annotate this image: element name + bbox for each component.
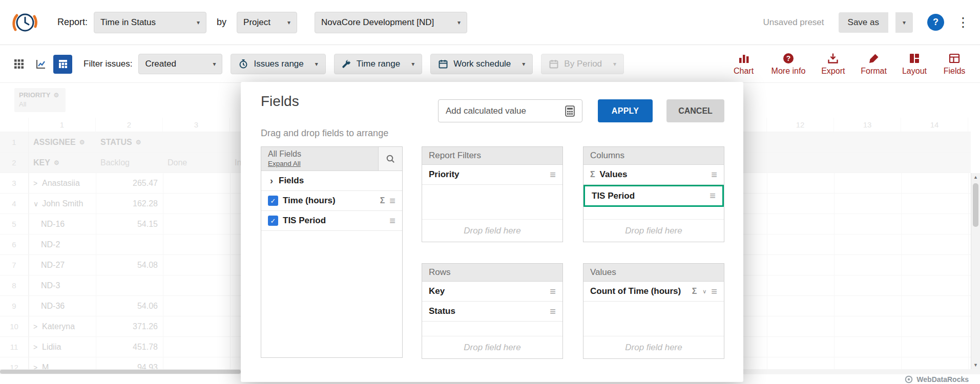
report-label: Report: bbox=[57, 17, 88, 28]
panel-title: Rows bbox=[422, 264, 562, 282]
drag-handle-icon[interactable]: ≡ bbox=[711, 286, 717, 297]
checkbox-checked[interactable]: ✓ bbox=[268, 196, 278, 206]
value-field-count-of-time[interactable]: Count of Time (hours) Σ ∨ ≡ bbox=[583, 282, 724, 302]
drop-zone[interactable]: Drop field here bbox=[422, 219, 562, 242]
scroll-down-arrow[interactable]: ▼ bbox=[971, 361, 980, 369]
calculator-icon bbox=[565, 105, 575, 117]
webdatarocks-brand[interactable]: WebDataRocks bbox=[916, 375, 969, 383]
chart-action-button[interactable]: Chart bbox=[732, 52, 756, 76]
dialog-subtitle: Drag and drop fields to arrange bbox=[261, 128, 388, 139]
save-as-button[interactable]: Save as bbox=[839, 12, 888, 33]
column-field-values[interactable]: Σ Values ≡ bbox=[583, 165, 724, 185]
help-button[interactable]: ? bbox=[927, 14, 944, 31]
field-label: Key bbox=[429, 286, 545, 296]
group-by-select[interactable]: Project ▾ bbox=[237, 12, 297, 33]
horizontal-scrollbar-thumb[interactable] bbox=[0, 370, 241, 374]
fields-action-button[interactable]: Fields bbox=[942, 52, 967, 76]
action-label: Format bbox=[861, 67, 887, 76]
chevron-down-icon: ▾ bbox=[287, 19, 290, 26]
tree-root-label: Fields bbox=[279, 176, 304, 186]
project-value: NovaCore Development [ND] bbox=[321, 17, 451, 28]
dialog-title: Fields bbox=[261, 93, 299, 110]
app: Report: Time in Status ▾ by Project ▾ No… bbox=[0, 0, 980, 384]
search-icon bbox=[386, 154, 395, 163]
scroll-up-arrow[interactable]: ▲ bbox=[971, 173, 980, 181]
row-field-status[interactable]: Status ≡ bbox=[422, 302, 562, 322]
pivot-view-button[interactable] bbox=[53, 55, 72, 74]
toolbar: Filter issues: Created ▾ Issues range ▾ … bbox=[0, 46, 980, 83]
rows-panel: Rows Key ≡ Status ≡ Drop field here bbox=[422, 263, 563, 359]
layout-action-button[interactable]: Layout bbox=[902, 52, 927, 76]
chevron-down-icon: ▾ bbox=[315, 60, 318, 68]
field-time-hours[interactable]: ✓ Time (hours) Σ ≡ bbox=[261, 191, 402, 211]
action-label: Export bbox=[821, 67, 845, 76]
chevron-down-icon: ▾ bbox=[903, 19, 906, 26]
expand-all-link[interactable]: Expand All bbox=[268, 160, 301, 167]
layout-icon bbox=[908, 52, 921, 65]
fields-tree-root[interactable]: › Fields bbox=[261, 171, 402, 191]
action-label: Fields bbox=[944, 67, 966, 76]
group-by-value: Project bbox=[243, 17, 281, 28]
export-icon bbox=[827, 52, 839, 65]
aggregation-chevron-icon[interactable]: ∨ bbox=[702, 288, 706, 295]
filter-field-priority[interactable]: Priority ≡ bbox=[422, 165, 562, 185]
checkbox-checked[interactable]: ✓ bbox=[268, 216, 278, 226]
drop-zone[interactable]: Drop field here bbox=[422, 336, 562, 358]
row-field-key[interactable]: Key ≡ bbox=[422, 282, 562, 302]
more-menu-button[interactable]: ⋮ bbox=[956, 15, 970, 30]
work-schedule-icon bbox=[438, 59, 448, 69]
fields-dialog: Fields Drag and drop fields to arrange A… bbox=[241, 82, 743, 382]
save-as-dropdown-button[interactable]: ▾ bbox=[895, 12, 913, 33]
action-label: Chart bbox=[734, 67, 754, 76]
vertical-scrollbar[interactable]: ▲ ▼ bbox=[971, 173, 980, 369]
chevron-right-icon[interactable]: › bbox=[270, 176, 273, 186]
report-type-select[interactable]: Time in Status ▾ bbox=[94, 12, 206, 33]
work-schedule-button[interactable]: Work schedule ▾ bbox=[430, 54, 533, 74]
field-label: TIS Period bbox=[592, 191, 705, 201]
sigma-icon: Σ bbox=[380, 196, 385, 205]
question-glyph: ? bbox=[933, 17, 939, 28]
export-action-button[interactable]: Export bbox=[821, 52, 845, 76]
by-period-button: By Period ▾ bbox=[541, 54, 624, 74]
panel-title: Report Filters bbox=[422, 147, 562, 165]
field-tis-period[interactable]: ✓ TIS Period ≡ bbox=[261, 211, 402, 231]
filter-issues-select[interactable]: Created ▾ bbox=[138, 54, 222, 74]
all-fields-panel: All Fields Expand All › Fields ✓ Time (h… bbox=[261, 146, 403, 358]
drag-handle-icon[interactable]: ≡ bbox=[389, 195, 395, 207]
drag-handle-icon[interactable]: ≡ bbox=[710, 190, 716, 202]
grid-icon bbox=[14, 59, 24, 69]
format-action-button[interactable]: Format bbox=[861, 52, 887, 76]
drag-handle-icon[interactable]: ≡ bbox=[389, 215, 395, 227]
kebab-icon: ⋮ bbox=[957, 15, 970, 29]
more-info-action-button[interactable]: ? More info bbox=[772, 52, 806, 76]
add-calculated-value-label: Add calculated value bbox=[446, 106, 526, 116]
apply-button[interactable]: APPLY bbox=[598, 99, 653, 122]
chevron-down-icon: ▾ bbox=[197, 19, 200, 26]
project-select[interactable]: NovaCore Development [ND] ▾ bbox=[315, 12, 467, 33]
drag-handle-icon[interactable]: ≡ bbox=[550, 169, 556, 181]
time-range-label: Time range bbox=[357, 59, 400, 69]
vertical-scrollbar-thumb[interactable] bbox=[973, 183, 978, 227]
drag-handle-icon[interactable]: ≡ bbox=[550, 306, 556, 317]
drag-handle-icon[interactable]: ≡ bbox=[550, 286, 556, 297]
drop-zone[interactable]: Drop field here bbox=[583, 219, 724, 242]
chevron-down-icon: ▾ bbox=[457, 19, 461, 26]
app-header: Report: Time in Status ▾ by Project ▾ No… bbox=[0, 0, 980, 45]
sigma-icon: Σ bbox=[590, 170, 595, 179]
drop-zone[interactable]: Drop field here bbox=[583, 336, 724, 358]
bar-chart-icon bbox=[738, 52, 750, 65]
aggregation-sigma-icon[interactable]: Σ bbox=[692, 287, 697, 296]
add-calculated-value-button[interactable]: Add calculated value bbox=[438, 99, 582, 122]
columns-panel: Columns Σ Values ≡ TIS Period ≡ Drop fie… bbox=[583, 146, 724, 242]
search-button[interactable] bbox=[378, 147, 402, 170]
issues-range-button[interactable]: Issues range ▾ bbox=[231, 54, 325, 74]
chart-view-button[interactable] bbox=[31, 55, 50, 74]
work-schedule-label: Work schedule bbox=[453, 59, 511, 69]
column-field-tis-period-highlighted[interactable]: TIS Period ≡ bbox=[583, 185, 724, 207]
toolbar-actions: Chart ? More info Export F bbox=[732, 52, 967, 76]
time-range-icon bbox=[342, 59, 351, 69]
cancel-button[interactable]: CANCEL bbox=[666, 99, 724, 122]
time-range-button[interactable]: Time range ▾ bbox=[334, 54, 422, 74]
drag-handle-icon[interactable]: ≡ bbox=[711, 169, 717, 181]
grid-view-button[interactable] bbox=[9, 55, 28, 74]
